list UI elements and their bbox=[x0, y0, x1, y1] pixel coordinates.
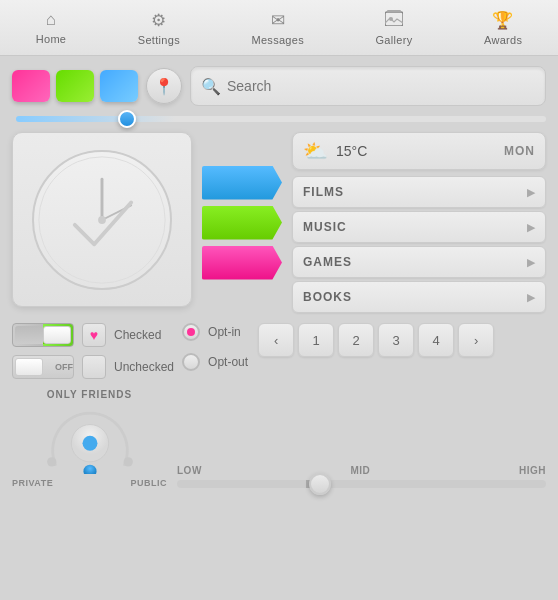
weather-bar: ⛅ 15°C MON bbox=[292, 132, 546, 170]
location-icon: 📍 bbox=[154, 77, 174, 96]
toggle-off-row: OFF bbox=[12, 355, 74, 379]
tag-pink[interactable] bbox=[202, 246, 282, 280]
location-button[interactable]: 📍 bbox=[146, 68, 182, 104]
prev-icon: ‹ bbox=[274, 333, 278, 348]
nav-item-home[interactable]: ⌂ Home bbox=[26, 0, 77, 55]
green-button[interactable] bbox=[56, 70, 94, 102]
knob-sub-labels: PRIVATE PUBLIC bbox=[12, 478, 167, 488]
knob-title: ONLY FRIENDS bbox=[47, 389, 132, 400]
chevron-right-icon: ▶ bbox=[527, 256, 535, 269]
menu-item-films[interactable]: FILMS ▶ bbox=[292, 176, 546, 208]
svg-point-6 bbox=[98, 216, 106, 224]
menu-list: FILMS ▶ MUSIC ▶ GAMES ▶ BOOKS ▶ bbox=[292, 176, 546, 313]
optin-label: Opt-in bbox=[208, 325, 241, 339]
mail-icon: ✉ bbox=[271, 10, 285, 31]
page-2-button[interactable]: 2 bbox=[338, 323, 374, 357]
left-controls: ON OFF ♥ bbox=[12, 323, 248, 379]
page-3-button[interactable]: 3 bbox=[378, 323, 414, 357]
page-2-label: 2 bbox=[352, 333, 359, 348]
checked-label: Checked bbox=[114, 328, 161, 342]
page-3-label: 3 bbox=[392, 333, 399, 348]
chevron-right-icon: ▶ bbox=[527, 291, 535, 304]
main-content: 📍 🔍 bbox=[0, 56, 558, 498]
optout-label: Opt-out bbox=[208, 355, 248, 369]
right-column: ⛅ 15°C MON FILMS ▶ MUSIC ▶ GAMES ▶ bbox=[292, 132, 546, 313]
svg-point-11 bbox=[82, 436, 97, 451]
toggles-column: ON OFF bbox=[12, 323, 74, 379]
trophy-icon: 🏆 bbox=[492, 10, 513, 31]
clock-face bbox=[32, 150, 172, 290]
nav-item-messages-label: Messages bbox=[251, 34, 304, 46]
checkmark-icon: ♥ bbox=[90, 327, 98, 343]
lmh-column: LOW MID HIGH bbox=[177, 465, 546, 488]
knob-svg[interactable] bbox=[35, 404, 145, 474]
top-slider-row bbox=[12, 116, 546, 122]
right-bottom: ‹ 1 2 3 4 › bbox=[258, 323, 546, 357]
clock-widget bbox=[12, 132, 192, 307]
chevron-right-icon: ▶ bbox=[527, 221, 535, 234]
nav-item-messages[interactable]: ✉ Messages bbox=[241, 0, 314, 55]
unchecked-label: Unchecked bbox=[114, 360, 174, 374]
optout-radio[interactable] bbox=[182, 353, 200, 371]
page-1-button[interactable]: 1 bbox=[298, 323, 334, 357]
next-icon: › bbox=[474, 333, 478, 348]
menu-item-games[interactable]: GAMES ▶ bbox=[292, 246, 546, 278]
next-page-button[interactable]: › bbox=[458, 323, 494, 357]
toggle-off-knob bbox=[15, 358, 43, 376]
menu-item-music[interactable]: MUSIC ▶ bbox=[292, 211, 546, 243]
controls-row: ON OFF ♥ bbox=[12, 323, 546, 379]
weather-day: MON bbox=[504, 144, 535, 158]
tag-green[interactable] bbox=[202, 206, 282, 240]
search-input[interactable] bbox=[227, 78, 535, 94]
toggle-off-switch[interactable]: OFF bbox=[12, 355, 74, 379]
chevron-right-icon: ▶ bbox=[527, 186, 535, 199]
gallery-icon bbox=[385, 10, 403, 31]
page-4-label: 4 bbox=[432, 333, 439, 348]
radios-column: Opt-in Opt-out bbox=[182, 323, 248, 371]
home-icon: ⌂ bbox=[46, 10, 57, 30]
tag-blue[interactable] bbox=[202, 166, 282, 200]
svg-point-8 bbox=[123, 457, 132, 466]
top-range-slider[interactable] bbox=[16, 116, 546, 122]
checked-checkbox[interactable]: ♥ bbox=[82, 323, 106, 347]
toggle-off-label: OFF bbox=[49, 362, 73, 372]
toggle-handle bbox=[43, 326, 71, 344]
private-label: PRIVATE bbox=[12, 478, 53, 488]
checked-row: ♥ Checked bbox=[82, 323, 174, 347]
nav-item-home-label: Home bbox=[36, 33, 67, 45]
public-label: PUBLIC bbox=[131, 478, 168, 488]
toggle-off-segment bbox=[15, 326, 43, 344]
tags-column bbox=[202, 132, 282, 313]
toggle-on-switch[interactable]: ON bbox=[12, 323, 74, 347]
knob-container bbox=[35, 404, 145, 474]
toggle-on-row: ON bbox=[12, 323, 74, 347]
lmh-slider[interactable] bbox=[177, 480, 546, 488]
gear-icon: ⚙ bbox=[151, 10, 166, 31]
svg-rect-0 bbox=[385, 12, 403, 26]
unchecked-row: Unchecked bbox=[82, 355, 174, 379]
nav-item-awards[interactable]: 🏆 Awards bbox=[474, 0, 532, 55]
optout-row: Opt-out bbox=[182, 353, 248, 371]
nav-item-settings[interactable]: ⚙ Settings bbox=[128, 0, 190, 55]
unchecked-checkbox[interactable] bbox=[82, 355, 106, 379]
menu-item-books[interactable]: BOOKS ▶ bbox=[292, 281, 546, 313]
search-icon: 🔍 bbox=[201, 77, 221, 96]
clock-svg bbox=[34, 152, 170, 288]
checkboxes-column: ♥ Checked Unchecked bbox=[82, 323, 174, 379]
radio-dot bbox=[187, 328, 195, 336]
nav-item-awards-label: Awards bbox=[484, 34, 522, 46]
svg-rect-1 bbox=[387, 10, 401, 12]
page-1-label: 1 bbox=[312, 333, 319, 348]
page-4-button[interactable]: 4 bbox=[418, 323, 454, 357]
prev-page-button[interactable]: ‹ bbox=[258, 323, 294, 357]
color-buttons bbox=[12, 70, 138, 102]
weather-temp: 15°C bbox=[336, 143, 496, 159]
nav-item-gallery[interactable]: Gallery bbox=[366, 0, 423, 55]
blue-button[interactable] bbox=[100, 70, 138, 102]
middle-row: ⛅ 15°C MON FILMS ▶ MUSIC ▶ GAMES ▶ bbox=[12, 132, 546, 313]
pagination: ‹ 1 2 3 4 › bbox=[258, 323, 546, 357]
pink-button[interactable] bbox=[12, 70, 50, 102]
optin-radio[interactable] bbox=[182, 323, 200, 341]
row-top-controls: 📍 🔍 bbox=[12, 66, 546, 106]
svg-point-9 bbox=[83, 465, 96, 474]
